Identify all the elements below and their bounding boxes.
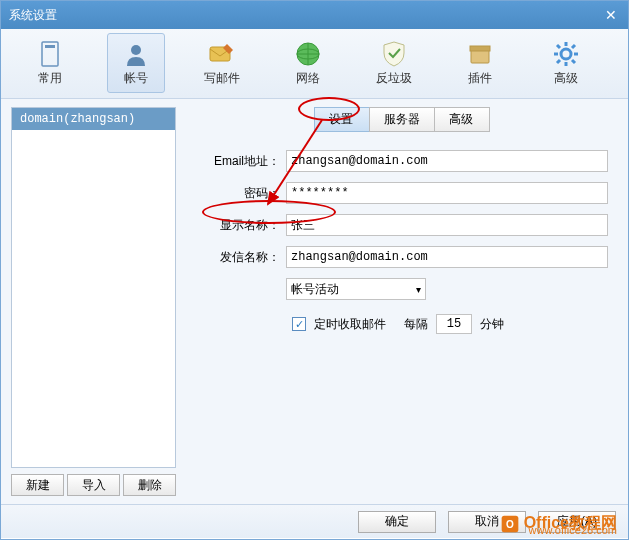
svg-line-15 <box>557 60 560 63</box>
input-password[interactable] <box>286 182 608 204</box>
toolbar: 常用 帐号 写邮件 网络 反垃圾 <box>1 29 628 99</box>
account-item[interactable]: domain(zhangsan) <box>12 108 175 130</box>
toolbar-general[interactable]: 常用 <box>21 33 79 93</box>
input-sender-name[interactable] <box>286 246 608 268</box>
new-button[interactable]: 新建 <box>11 474 64 496</box>
account-icon <box>122 40 150 68</box>
label-schedule: 定时收取邮件 <box>314 316 386 333</box>
titlebar: 系统设置 ✕ <box>1 1 628 29</box>
network-icon <box>294 40 322 68</box>
toolbar-plugins[interactable]: 插件 <box>451 33 509 93</box>
input-interval[interactable] <box>436 314 472 334</box>
label-email: Email地址： <box>196 153 286 170</box>
row-display-name: 显示名称： <box>196 214 608 236</box>
toolbar-label: 帐号 <box>124 70 148 87</box>
svg-rect-1 <box>45 45 55 48</box>
toolbar-label: 插件 <box>468 70 492 87</box>
ok-button[interactable]: 确定 <box>358 511 436 533</box>
toolbar-advanced[interactable]: 高级 <box>537 33 595 93</box>
shield-icon <box>380 40 408 68</box>
input-email[interactable] <box>286 150 608 172</box>
close-icon[interactable]: ✕ <box>602 7 620 23</box>
cancel-button[interactable]: 取消 <box>448 511 526 533</box>
import-button[interactable]: 导入 <box>67 474 120 496</box>
toolbar-account[interactable]: 帐号 <box>107 33 165 93</box>
row-email: Email地址： <box>196 150 608 172</box>
row-password: 密码： <box>196 182 608 204</box>
toolbar-network[interactable]: 网络 <box>279 33 337 93</box>
label-display-name: 显示名称： <box>196 217 286 234</box>
row-sender-name: 发信名称： <box>196 246 608 268</box>
sidebar: domain(zhangsan) 新建 导入 删除 <box>1 99 186 504</box>
tab-settings[interactable]: 设置 <box>314 107 370 132</box>
tab-advanced[interactable]: 高级 <box>434 107 490 132</box>
main-panel: 设置 服务器 高级 Email地址： 密码： 显示名称： 发信名称： <box>186 99 628 504</box>
svg-line-14 <box>572 60 575 63</box>
svg-point-2 <box>131 45 141 55</box>
select-activity[interactable]: 帐号活动 ▾ <box>286 278 426 300</box>
plugins-icon <box>466 40 494 68</box>
label-password: 密码： <box>196 185 286 202</box>
sidebar-buttons: 新建 导入 删除 <box>11 474 176 496</box>
input-display-name[interactable] <box>286 214 608 236</box>
tab-row: 设置 服务器 高级 <box>196 107 608 132</box>
general-icon <box>36 40 64 68</box>
footer: 确定 取消 应用(A) <box>1 504 628 538</box>
label-sender-name: 发信名称： <box>196 249 286 266</box>
row-activity: 帐号活动 ▾ <box>196 278 608 300</box>
apply-button[interactable]: 应用(A) <box>538 511 616 533</box>
row-schedule: ✓ 定时收取邮件 每隔 分钟 <box>292 314 608 334</box>
compose-icon <box>208 40 236 68</box>
svg-line-16 <box>572 45 575 48</box>
label-interval-suffix: 分钟 <box>480 316 504 333</box>
checkbox-schedule[interactable]: ✓ <box>292 317 306 331</box>
toolbar-label: 网络 <box>296 70 320 87</box>
toolbar-label: 反垃圾 <box>376 70 412 87</box>
toolbar-label: 高级 <box>554 70 578 87</box>
label-interval-prefix: 每隔 <box>404 316 428 333</box>
window-title: 系统设置 <box>9 7 57 24</box>
gear-icon <box>552 40 580 68</box>
content: domain(zhangsan) 新建 导入 删除 设置 服务器 高级 Emai… <box>1 99 628 504</box>
svg-line-13 <box>557 45 560 48</box>
svg-rect-7 <box>470 46 490 51</box>
select-value: 帐号活动 <box>291 281 339 298</box>
delete-button[interactable]: 删除 <box>123 474 176 496</box>
tab-server[interactable]: 服务器 <box>369 107 435 132</box>
svg-point-8 <box>561 49 571 59</box>
chevron-down-icon: ▾ <box>416 284 421 295</box>
toolbar-label: 写邮件 <box>204 70 240 87</box>
toolbar-label: 常用 <box>38 70 62 87</box>
toolbar-antispam[interactable]: 反垃圾 <box>365 33 423 93</box>
toolbar-compose[interactable]: 写邮件 <box>193 33 251 93</box>
account-list: domain(zhangsan) <box>11 107 176 468</box>
